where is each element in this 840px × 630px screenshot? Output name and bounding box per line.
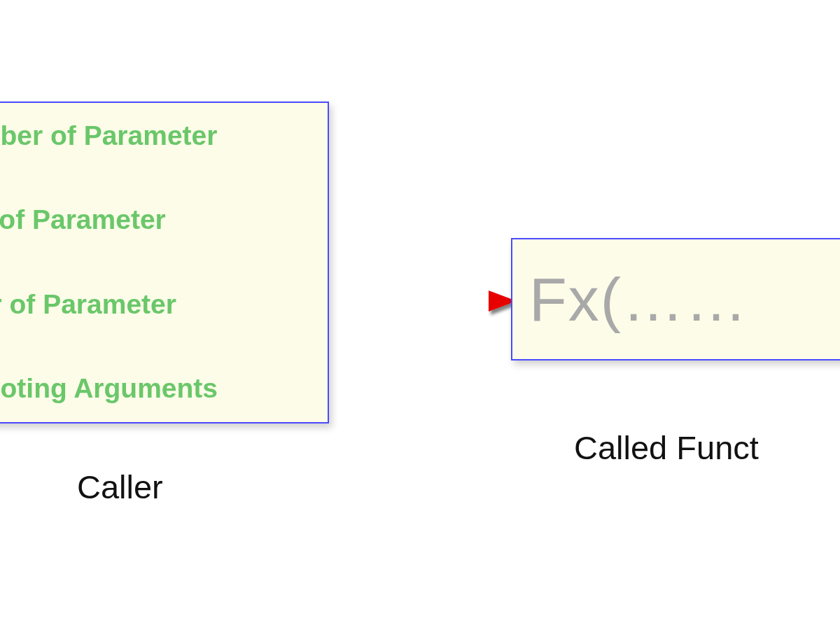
caller-param-line: omoting Arguments — [0, 374, 315, 404]
caller-param-line: der of Parameter — [0, 290, 315, 320]
caller-param-line: umber of Parameter — [0, 121, 315, 151]
called-function-label: Called Funct — [574, 428, 759, 467]
caller-param-line: pe of Parameter — [0, 205, 315, 235]
called-function-box: Fx(…… — [511, 238, 840, 360]
arrow-icon — [329, 276, 519, 326]
caller-label: Caller — [77, 468, 163, 506]
diagram-canvas: umber of Parameter pe of Parameter der o… — [0, 0, 840, 630]
caller-box: umber of Parameter pe of Parameter der o… — [0, 102, 329, 424]
fx-expression: Fx(…… — [529, 264, 748, 335]
